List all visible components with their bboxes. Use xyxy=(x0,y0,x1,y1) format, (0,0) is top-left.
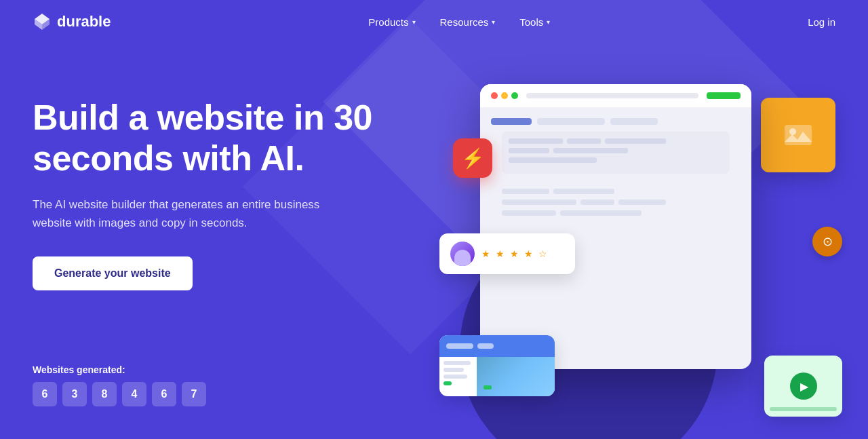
dot-yellow xyxy=(501,92,508,99)
counter-digits: 6 3 8 4 6 7 xyxy=(33,382,206,406)
content-block xyxy=(491,118,532,125)
browser-action-button xyxy=(707,92,741,99)
avatar xyxy=(450,242,475,266)
svg-point-1 xyxy=(789,128,796,135)
star-rating: ★ ★ ★ ★ ☆ xyxy=(481,248,549,259)
navbar: durable Products ▾ Resources ▾ Tools ▾ L… xyxy=(0,0,868,43)
nav-resources[interactable]: Resources ▾ xyxy=(440,16,496,28)
content-line xyxy=(560,210,642,216)
video-card: ▶ xyxy=(764,356,842,417)
nav-resources-label: Resources xyxy=(440,16,489,28)
digit-3: 4 xyxy=(122,382,146,406)
nav-products[interactable]: Products ▾ xyxy=(368,16,415,28)
avatar-person-shape xyxy=(454,250,471,266)
counter-section: Websites generated: 6 3 8 4 6 7 xyxy=(33,364,206,406)
hero-title: Build a website in 30 seconds with AI. xyxy=(33,98,426,179)
panel-block xyxy=(605,138,666,144)
svg-rect-0 xyxy=(785,125,812,145)
content-line xyxy=(502,189,549,194)
map-line xyxy=(443,375,467,379)
content-line xyxy=(502,210,556,216)
dot-red xyxy=(491,92,498,99)
content-line xyxy=(580,199,614,205)
cta-button[interactable]: Generate your website xyxy=(33,256,193,290)
panel-block xyxy=(509,138,563,144)
nav-tools-label: Tools xyxy=(519,16,543,28)
hero-section: Build a website in 30 seconds with AI. T… xyxy=(0,43,868,439)
map-green-indicator xyxy=(443,381,452,385)
image-card xyxy=(761,98,835,172)
browser-address-bar xyxy=(526,93,698,98)
map-card-header xyxy=(439,335,555,357)
panel-block xyxy=(553,148,628,153)
browser-window xyxy=(480,84,751,369)
lightning-icon: ⚡ xyxy=(461,147,485,170)
digit-2: 8 xyxy=(92,382,117,406)
content-block xyxy=(610,118,658,125)
image-placeholder-icon xyxy=(781,118,815,152)
nav-tools[interactable]: Tools ▾ xyxy=(519,16,550,28)
review-stars: ★ ★ ★ ★ ☆ xyxy=(481,248,549,260)
counter-label: Websites generated: xyxy=(33,364,206,375)
browser-panel xyxy=(502,132,730,174)
content-line xyxy=(553,189,614,194)
map-card xyxy=(439,335,555,396)
nav-products-label: Products xyxy=(368,16,408,28)
chevron-down-icon: ▾ xyxy=(412,18,416,26)
map-location-dot xyxy=(484,385,492,389)
browser-content xyxy=(480,107,751,240)
hero-subtitle: The AI website builder that generates an… xyxy=(33,195,331,232)
map-line xyxy=(443,368,464,372)
dot-green xyxy=(511,92,518,99)
video-progress-bar xyxy=(770,407,837,411)
logo-text: durable xyxy=(57,13,111,31)
review-card: ★ ★ ★ ★ ☆ xyxy=(439,233,575,274)
panel-block xyxy=(509,148,549,153)
digit-0: 6 xyxy=(33,382,57,406)
timer-badge: ⊙ xyxy=(812,227,842,256)
digit-5: 7 xyxy=(182,382,206,406)
map-pill xyxy=(446,343,473,349)
panel-block xyxy=(509,157,597,163)
content-line xyxy=(502,199,576,205)
hero-left: Build a website in 30 seconds with AI. T… xyxy=(33,84,426,290)
content-line xyxy=(618,199,666,205)
play-icon: ▶ xyxy=(800,380,808,393)
avatar-image xyxy=(450,242,475,266)
browser-dots xyxy=(491,92,518,99)
panel-block xyxy=(567,138,601,144)
play-button[interactable]: ▶ xyxy=(790,373,817,400)
content-block xyxy=(537,118,605,125)
nav-center: Products ▾ Resources ▾ Tools ▾ xyxy=(368,16,550,28)
digit-4: 6 xyxy=(152,382,176,406)
lightning-badge: ⚡ xyxy=(453,138,492,178)
map-body xyxy=(439,357,555,396)
browser-rows xyxy=(491,180,741,229)
map-image xyxy=(477,357,555,396)
chevron-down-icon: ▾ xyxy=(547,18,550,26)
chevron-down-icon: ▾ xyxy=(492,18,495,26)
map-line xyxy=(443,361,471,365)
map-pill xyxy=(477,343,494,349)
map-left xyxy=(439,357,477,396)
logo-icon xyxy=(33,12,52,31)
logo[interactable]: durable xyxy=(33,12,111,31)
browser-titlebar xyxy=(480,84,751,107)
login-link[interactable]: Log in xyxy=(808,16,835,28)
hero-illustration: ⚡ ★ ★ ★ ★ ☆ ⊙ xyxy=(426,84,835,437)
timer-icon: ⊙ xyxy=(823,234,833,249)
digit-1: 3 xyxy=(62,382,87,406)
